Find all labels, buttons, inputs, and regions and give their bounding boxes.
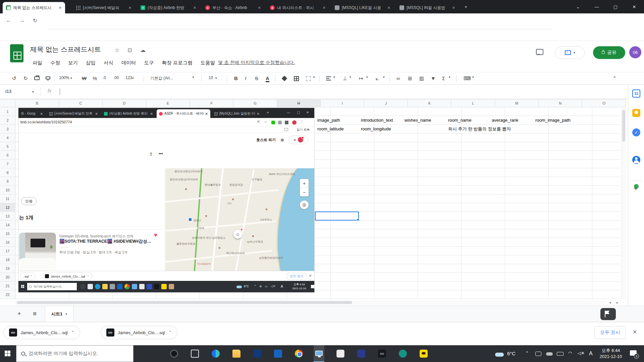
explore-button[interactable] [600,308,616,320]
filter-icon[interactable]: ▼ [431,75,436,81]
font-size-select[interactable]: 10 ▾ [209,75,217,80]
tab-close-icon[interactable]: ✕ [193,6,196,10]
column-header[interactable]: N [539,99,582,107]
tab-close-icon[interactable]: ✕ [59,6,62,10]
ime-indicator[interactable]: A [589,351,593,357]
show-all-downloads-button[interactable]: 모두 표시 [594,326,626,339]
column-header[interactable]: G [233,99,277,107]
download-item[interactable]: DG James_Airbnb_Clo....sql ⌃ [3,326,80,339]
embedded-screenshot-image[interactable]: 트 - Goog✕ [서버/Server] 배달의 민족 한방✕ (작성중) A… [18,108,314,292]
row-header[interactable]: 6 [0,151,15,160]
menu-item[interactable]: 도구 [141,58,157,67]
file-explorer-icon[interactable] [231,348,242,359]
column-header[interactable]: O [582,99,626,107]
row-header[interactable]: 20 [0,273,15,282]
name-box[interactable]: I13 [5,89,11,94]
tray-chevron-icon[interactable]: ⌃ [525,351,529,356]
cell-I3[interactable]: room_latitude [317,125,344,133]
insert-chart-icon[interactable]: ▥ [419,75,424,81]
tab-velog[interactable]: v (작성중) Airbnb 한방 ✕ [137,2,200,13]
cell-N2[interactable]: room_image_path [535,116,571,125]
clock[interactable]: 오후 6:44 2021-12-10 [596,348,625,360]
downloads-bar-close-icon[interactable]: ✕ [633,329,637,335]
menu-item[interactable]: 수정 [47,58,63,67]
borders-icon[interactable] [294,76,299,81]
column-header[interactable]: H [277,99,321,107]
capture-tool-icon[interactable] [314,345,324,362]
insert-link-icon[interactable]: ∞ [396,75,400,81]
tab-baemin[interactable]: [서버/Server] 배달의 ✕ [72,2,135,13]
number-format-menu[interactable]: 123▾ [125,75,134,80]
menu-item[interactable]: 데이터 [118,58,139,67]
italic-icon[interactable]: I [245,75,246,81]
ide-icon[interactable] [356,348,367,359]
row-header[interactable]: 14 [0,221,15,229]
star-document-icon[interactable]: ☆ [115,47,119,53]
tab-close-icon[interactable]: ✕ [452,6,455,10]
row-header[interactable]: 22 [0,290,15,299]
column-header[interactable]: B [15,99,59,107]
new-tab-button[interactable]: + [460,0,472,13]
row-header[interactable]: 8 [0,168,15,177]
row-header[interactable]: 2 [0,116,15,125]
text-rotate-icon[interactable]: ⟀ [376,75,379,81]
add-sheet-icon[interactable]: + [17,310,21,317]
weather-icon[interactable] [495,353,504,357]
download-chevron-icon[interactable]: ⌃ [71,330,74,335]
present-button[interactable]: ▾ [555,46,585,59]
back-icon[interactable]: ← [6,17,11,23]
chrome-icon[interactable] [293,348,304,359]
font-select[interactable]: 기본값 (Ari... ▾ [150,75,194,81]
start-button[interactable] [5,351,10,356]
share-button[interactable]: 공유 [593,46,625,59]
menu-item[interactable]: 서식 [101,58,116,67]
currency-format-icon[interactable]: ₩ [82,75,87,81]
contacts-icon[interactable] [632,156,640,164]
tab-close-icon[interactable]: ✕ [387,6,390,10]
cast-icon[interactable] [535,352,541,356]
collapse-toolbar-icon[interactable]: ⌃ [612,75,617,81]
formula-input-cursor[interactable] [60,88,60,95]
reload-icon[interactable]: ↻ [33,17,37,24]
undo-icon[interactable]: ↺ [12,75,16,81]
close-button[interactable]: ✕ [627,0,642,13]
add-addon-icon[interactable]: + [634,185,637,192]
cell-J3[interactable]: room_longitude [361,125,391,133]
row-header[interactable]: 9 [0,177,15,186]
temperature[interactable]: 6°C [507,351,516,356]
column-header[interactable]: M [495,99,539,107]
volume-muted-icon[interactable]: ◁✕ [578,351,585,356]
row-header[interactable]: 4 [0,133,15,142]
calendar-icon[interactable]: 31 [632,89,640,98]
tab-close-icon[interactable]: ✕ [258,6,261,10]
increase-decimal-icon[interactable]: .00 [113,75,119,80]
scroll-left-icon[interactable]: ◄ [608,301,611,304]
row-header[interactable]: 3 [0,125,15,133]
cell-I2[interactable]: image_path [317,116,340,125]
row-header[interactable]: 18 [0,255,15,264]
horizontal-align-icon[interactable] [326,76,331,80]
tab-mssql-like[interactable]: [MSSQL] LIKE절 사용 ✕ [331,2,394,13]
tab-close-icon[interactable]: ✕ [128,6,131,10]
battery-icon[interactable] [557,352,564,356]
tasks-icon[interactable]: ✓ [632,128,640,136]
row-header[interactable]: 10 [0,186,15,194]
menu-item[interactable]: 삽입 [83,58,99,67]
bold-icon[interactable]: B [234,75,238,81]
notepad-icon[interactable] [335,348,346,359]
column-header[interactable]: E [146,99,190,107]
column-header[interactable]: J [364,99,408,107]
comment-history-icon[interactable] [536,49,543,55]
cell-J2[interactable]: introduction_text [361,116,393,125]
selected-cell-I13[interactable] [315,212,359,221]
strikethrough-icon[interactable]: S [255,75,258,81]
row-header[interactable]: 16 [0,238,15,247]
menu-item[interactable]: 확장 프로그램 [159,58,196,67]
input-tools-keyboard-icon[interactable]: ⌨ [464,75,471,81]
round-app-icon[interactable] [169,348,179,359]
text-color-icon[interactable]: A [266,75,269,82]
vertical-scrollbar[interactable] [621,108,626,299]
datagrip-icon[interactable]: DG [377,348,387,359]
paint-format-icon[interactable] [46,76,50,79]
row-header[interactable]: 1 [0,107,15,116]
